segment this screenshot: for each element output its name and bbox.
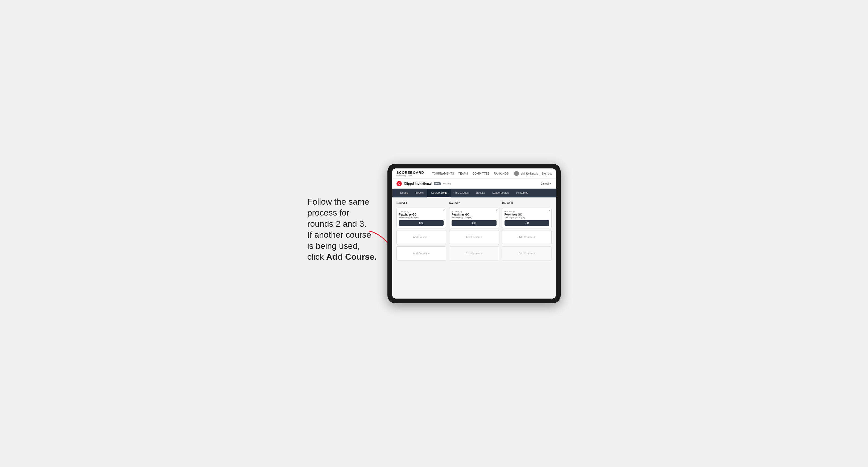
round-3-course-details: Yellow (M) (6629 yds) xyxy=(504,216,549,219)
nav-tournaments[interactable]: TOURNAMENTS xyxy=(432,172,454,176)
round-2-column: Round 2 ✕ (Course A) Peachtree GC Yellow… xyxy=(449,202,499,260)
tablet-screen: SCOREBOARD Powered by clippd TOURNAMENTS… xyxy=(392,168,556,299)
page-wrapper: Follow the same process for rounds 2 and… xyxy=(248,164,620,303)
tab-course-setup[interactable]: Course Setup xyxy=(427,189,451,197)
round-3-remove-button[interactable]: ✕ xyxy=(549,209,551,212)
tournament-info: C Clippd Invitational Men Hosting xyxy=(397,181,451,186)
round-1-title: Round 1 xyxy=(397,202,446,205)
round-3-course-name: Peachtree GC xyxy=(504,213,549,216)
tab-teams[interactable]: Teams xyxy=(412,189,427,197)
tab-leaderboards[interactable]: Leaderboards xyxy=(489,189,513,197)
tab-details[interactable]: Details xyxy=(397,189,412,197)
nav-items: TOURNAMENTS TEAMS COMMITTEE RANKINGS xyxy=(432,172,509,176)
round-2-course-card: ✕ (Course A) Peachtree GC Yellow (M) (66… xyxy=(449,208,499,228)
nav-teams[interactable]: TEAMS xyxy=(459,172,468,176)
round-3-course-label: (Course A) xyxy=(504,210,549,213)
round-1-course-card-wrapper: ✕ (Course A) Peachtree GC Yellow (M) (66… xyxy=(397,208,446,228)
round-3-course-card: ✕ (Course A) Peachtree GC Yellow (M) (66… xyxy=(502,208,552,228)
round-1-remove-button[interactable]: ✕ xyxy=(443,209,445,212)
round-2-remove-button[interactable]: ✕ xyxy=(496,209,498,212)
rounds-grid: Round 1 ✕ (Course A) Peachtree GC Yellow… xyxy=(397,202,552,260)
logo-scoreboard: SCOREBOARD xyxy=(397,170,424,175)
hosting-badge: Hosting xyxy=(443,182,451,185)
round-3-column: Round 3 ✕ (Course A) Peachtree GC Yellow… xyxy=(502,202,552,260)
tab-results[interactable]: Results xyxy=(472,189,489,197)
instruction-panel: Follow the same process for rounds 2 and… xyxy=(307,196,377,271)
cancel-button[interactable]: Cancel ✕ xyxy=(540,182,552,185)
logo-area: SCOREBOARD Powered by clippd xyxy=(397,170,424,177)
nav-committee[interactable]: COMMITTEE xyxy=(472,172,490,176)
round-3-course-card-wrapper: ✕ (Course A) Peachtree GC Yellow (M) (66… xyxy=(502,208,552,228)
round-2-edit-button[interactable]: Edit xyxy=(452,220,496,226)
round-2-add-course-button-2[interactable]: Add Course + xyxy=(449,246,499,260)
nav-rankings[interactable]: RANKINGS xyxy=(494,172,509,176)
round-2-course-label: (Course A) xyxy=(452,210,496,213)
round-2-add-course-button[interactable]: Add Course + xyxy=(449,230,499,244)
main-content: Round 1 ✕ (Course A) Peachtree GC Yellow… xyxy=(392,197,556,299)
round-3-edit-button[interactable]: Edit xyxy=(504,220,549,226)
tab-bar: Details Teams Course Setup Tee Groups Re… xyxy=(392,189,556,197)
round-1-course-details: Yellow (M) (6629 yds) xyxy=(399,216,443,219)
top-nav: SCOREBOARD Powered by clippd TOURNAMENTS… xyxy=(392,168,556,179)
logo-sub: Powered by clippd xyxy=(397,175,424,177)
round-1-add-course-button-2[interactable]: Add Course + xyxy=(397,246,446,260)
round-3-add-course-button[interactable]: Add Course + xyxy=(502,230,552,244)
tab-tee-groups[interactable]: Tee Groups xyxy=(451,189,472,197)
round-1-edit-button[interactable]: Edit xyxy=(399,220,443,226)
round-1-course-card: ✕ (Course A) Peachtree GC Yellow (M) (66… xyxy=(397,208,446,228)
tournament-logo: C xyxy=(397,181,402,186)
round-2-course-name: Peachtree GC xyxy=(452,213,496,216)
round-2-course-card-wrapper: ✕ (Course A) Peachtree GC Yellow (M) (66… xyxy=(449,208,499,228)
sign-out-link[interactable]: Sign out xyxy=(542,172,552,175)
nav-right: blair@clippd.io | Sign out xyxy=(514,171,552,176)
tablet-frame: SCOREBOARD Powered by clippd TOURNAMENTS… xyxy=(388,164,561,303)
user-avatar xyxy=(514,171,519,176)
user-email: blair@clippd.io xyxy=(521,172,538,175)
round-2-course-details: Yellow (M) (6629 yds) xyxy=(452,216,496,219)
tournament-name: Clippd Invitational xyxy=(404,182,432,185)
round-1-column: Round 1 ✕ (Course A) Peachtree GC Yellow… xyxy=(397,202,446,260)
gender-badge: Men xyxy=(434,182,441,185)
round-3-title: Round 3 xyxy=(502,202,552,205)
round-2-title: Round 2 xyxy=(449,202,499,205)
tab-printables[interactable]: Printables xyxy=(513,189,532,197)
sub-header: C Clippd Invitational Men Hosting Cancel… xyxy=(392,179,556,189)
round-1-course-name: Peachtree GC xyxy=(399,213,443,216)
round-1-course-label: (Course A) xyxy=(399,210,443,213)
round-1-add-course-button[interactable]: Add Course + xyxy=(397,230,446,244)
round-3-add-course-button-2[interactable]: Add Course + xyxy=(502,246,552,260)
